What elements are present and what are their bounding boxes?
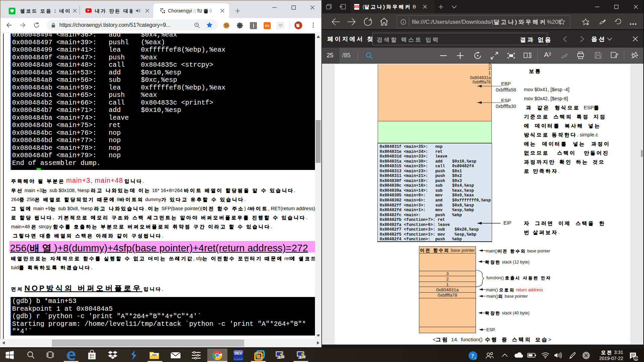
svg-text:1: 1 bbox=[635, 357, 637, 360]
svg-text:PDF: PDF bbox=[355, 6, 359, 8]
svg-text:?: ? bbox=[471, 353, 474, 359]
svg-text:i: i bbox=[475, 357, 476, 360]
svg-text:DEV: DEV bbox=[234, 351, 242, 355]
svg-text:C++: C++ bbox=[235, 356, 242, 360]
